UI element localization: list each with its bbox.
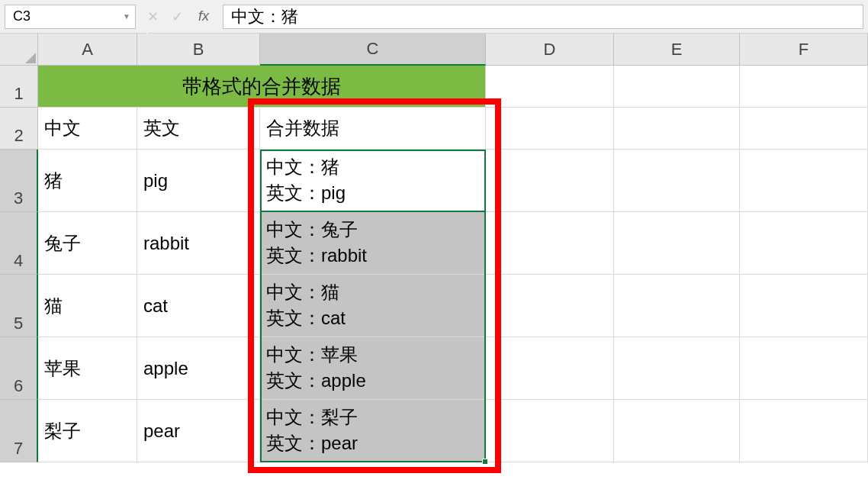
header-merged[interactable]: 合并数据 — [260, 108, 486, 150]
column-label: B — [193, 40, 204, 60]
cell-empty[interactable] — [740, 150, 868, 212]
merged-title[interactable]: 带格式的合并数据 — [38, 66, 486, 108]
row-header-4[interactable]: 4 — [0, 212, 38, 275]
cell-en[interactable]: pear — [137, 400, 260, 462]
column-header-c[interactable]: C — [260, 34, 486, 66]
cell-empty[interactable] — [614, 275, 740, 337]
cell-empty[interactable] — [486, 66, 614, 108]
cell-merged-text: 中文：梨子 英文：pear — [266, 404, 358, 456]
cell-empty[interactable] — [614, 150, 740, 212]
cell-empty[interactable] — [614, 337, 740, 400]
column-label: A — [82, 40, 93, 60]
cell-en-text: pear — [143, 418, 180, 444]
fill-handle[interactable] — [482, 459, 488, 465]
row-label: 2 — [14, 126, 23, 146]
cell-empty[interactable] — [740, 212, 868, 275]
row-label: 3 — [14, 188, 23, 208]
cell-cn[interactable]: 梨子 — [38, 400, 137, 462]
formula-bar: C3 ▼ ✕ ✓ fx 中文：猪 — [0, 0, 868, 34]
cell-merged-text: 中文：猪 英文：pig — [266, 154, 346, 205]
column-header-b[interactable]: B — [137, 34, 260, 66]
column-header-f[interactable]: F — [740, 34, 868, 66]
cell-empty[interactable] — [614, 212, 740, 275]
cell-cn-text: 猪 — [44, 168, 63, 194]
name-box[interactable]: C3 ▼ — [5, 5, 136, 29]
formula-controls: ✕ ✓ fx — [140, 5, 218, 29]
cell-empty[interactable] — [614, 400, 740, 462]
cell-merged-text: 中文：猫 英文：cat — [266, 279, 346, 330]
name-box-value: C3 — [13, 8, 31, 24]
column-label: E — [671, 40, 683, 60]
column-label: C — [367, 39, 379, 59]
cell-empty[interactable] — [614, 108, 740, 150]
spreadsheet-grid[interactable]: ABCDEF1234567带格式的合并数据中文英文合并数据猪pig中文：猪 英文… — [0, 34, 868, 483]
cell-en[interactable]: pig — [137, 150, 260, 212]
cell-empty[interactable] — [486, 212, 614, 275]
cell-merged[interactable]: 中文：猪 英文：pig — [260, 150, 486, 212]
row-label: 7 — [14, 439, 23, 459]
cell-en[interactable]: cat — [137, 275, 260, 337]
cell-cn[interactable]: 兔子 — [38, 212, 137, 275]
cell-cn[interactable]: 猪 — [38, 150, 137, 212]
row-header-7[interactable]: 7 — [0, 400, 38, 462]
cell-empty[interactable] — [486, 108, 614, 150]
header-en[interactable]: 英文 — [137, 108, 260, 150]
column-label: D — [544, 40, 556, 60]
row-header-1[interactable]: 1 — [0, 66, 38, 108]
formula-input[interactable]: 中文：猪 — [223, 5, 863, 29]
cell-cn-text: 兔子 — [44, 230, 81, 256]
cell-empty[interactable] — [740, 66, 868, 108]
cell-en-text: apple — [143, 356, 188, 382]
select-all-corner[interactable] — [0, 34, 38, 66]
row-label: 4 — [14, 251, 23, 271]
cell-merged-text: 中文：兔子 英文：rabbit — [266, 217, 367, 268]
cell-cn-text: 梨子 — [44, 418, 81, 444]
cell-empty[interactable] — [486, 337, 614, 400]
cell-merged-text: 中文：苹果 英文：apple — [266, 342, 366, 393]
cell-merged[interactable]: 中文：猫 英文：cat — [260, 275, 486, 337]
cell-empty[interactable] — [740, 108, 868, 150]
cell-empty[interactable] — [740, 337, 868, 400]
cell-cn-text: 猫 — [44, 293, 63, 319]
confirm-icon: ✓ — [168, 8, 186, 25]
cell-cn[interactable]: 苹果 — [38, 337, 137, 400]
cell-merged[interactable]: 中文：兔子 英文：rabbit — [260, 212, 486, 275]
cell-empty[interactable] — [740, 275, 868, 337]
column-header-e[interactable]: E — [614, 34, 740, 66]
column-header-d[interactable]: D — [486, 34, 614, 66]
row-header-5[interactable]: 5 — [0, 275, 38, 337]
fx-icon[interactable]: fx — [192, 8, 215, 24]
cell-en[interactable]: rabbit — [137, 212, 260, 275]
cell-empty[interactable] — [486, 275, 614, 337]
row-header-6[interactable]: 6 — [0, 337, 38, 400]
cell-en[interactable]: apple — [137, 337, 260, 400]
header-merged-text: 合并数据 — [266, 115, 339, 141]
cell-cn-text: 苹果 — [44, 356, 81, 382]
merged-title-text: 带格式的合并数据 — [182, 72, 341, 100]
name-box-dropdown-icon[interactable]: ▼ — [123, 12, 130, 21]
row-label: 1 — [14, 84, 23, 104]
cell-en-text: rabbit — [143, 230, 189, 256]
cell-merged[interactable]: 中文：苹果 英文：apple — [260, 337, 486, 400]
column-label: F — [799, 40, 809, 60]
cell-empty[interactable] — [614, 66, 740, 108]
row-header-2[interactable]: 2 — [0, 108, 38, 150]
cell-cn[interactable]: 猫 — [38, 275, 137, 337]
row-label: 6 — [14, 376, 23, 396]
cell-empty[interactable] — [486, 400, 614, 462]
cell-empty[interactable] — [486, 150, 614, 212]
cell-en-text: pig — [143, 168, 168, 194]
cell-empty[interactable] — [740, 400, 868, 462]
header-cn-text: 中文 — [44, 115, 81, 141]
cell-merged[interactable]: 中文：梨子 英文：pear — [260, 400, 486, 462]
formula-text: 中文：猪 — [231, 5, 298, 28]
row-label: 5 — [14, 314, 23, 333]
row-header-3[interactable]: 3 — [0, 150, 38, 212]
header-cn[interactable]: 中文 — [38, 108, 137, 150]
header-en-text: 英文 — [143, 115, 180, 141]
cell-en-text: cat — [143, 293, 168, 319]
column-header-a[interactable]: A — [38, 34, 137, 66]
